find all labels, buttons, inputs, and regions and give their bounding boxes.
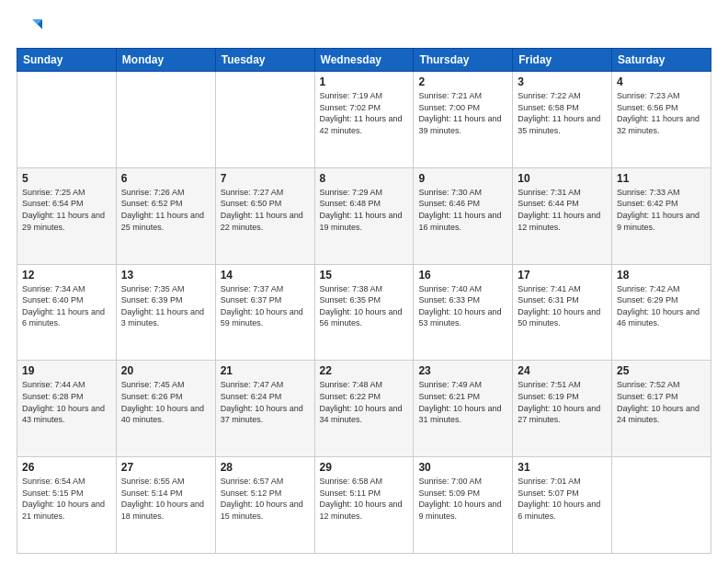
day-info: Sunrise: 6:58 AMSunset: 5:11 PMDaylight:… <box>320 476 409 522</box>
day-info: Sunrise: 6:57 AMSunset: 5:12 PMDaylight:… <box>221 476 310 522</box>
week-row-4: 26Sunrise: 6:54 AMSunset: 5:15 PMDayligh… <box>17 457 711 554</box>
day-number: 15 <box>320 269 409 282</box>
calendar-cell: 23Sunrise: 7:49 AMSunset: 6:21 PMDayligh… <box>414 361 513 457</box>
day-info: Sunrise: 7:37 AMSunset: 6:37 PMDaylight:… <box>221 283 310 329</box>
svg-rect-0 <box>17 15 42 40</box>
calendar-cell: 5Sunrise: 7:25 AMSunset: 6:54 PMDaylight… <box>17 167 117 264</box>
week-row-0: 1Sunrise: 7:19 AMSunset: 7:02 PMDaylight… <box>17 72 711 168</box>
day-number: 29 <box>320 461 409 474</box>
calendar-cell: 29Sunrise: 6:58 AMSunset: 5:11 PMDayligh… <box>314 457 414 554</box>
calendar-header: SundayMondayTuesdayWednesdayThursdayFrid… <box>17 49 711 72</box>
calendar-table: SundayMondayTuesdayWednesdayThursdayFrid… <box>17 48 711 554</box>
day-info: Sunrise: 7:22 AMSunset: 6:58 PMDaylight:… <box>518 90 607 136</box>
calendar-cell <box>17 72 117 168</box>
calendar-cell: 12Sunrise: 7:34 AMSunset: 6:40 PMDayligh… <box>17 264 117 361</box>
day-number: 6 <box>121 172 210 185</box>
day-number: 10 <box>518 172 607 185</box>
day-number: 17 <box>518 269 607 282</box>
logo <box>17 15 46 40</box>
day-number: 2 <box>418 75 507 88</box>
calendar-cell: 24Sunrise: 7:51 AMSunset: 6:19 PMDayligh… <box>513 361 612 457</box>
calendar-cell: 28Sunrise: 6:57 AMSunset: 5:12 PMDayligh… <box>215 457 314 554</box>
calendar-cell: 20Sunrise: 7:45 AMSunset: 6:26 PMDayligh… <box>116 361 215 457</box>
day-number: 22 <box>320 364 409 377</box>
calendar-cell: 30Sunrise: 7:00 AMSunset: 5:09 PMDayligh… <box>414 457 513 554</box>
day-number: 12 <box>22 269 111 282</box>
day-info: Sunrise: 7:21 AMSunset: 7:00 PMDaylight:… <box>418 90 507 136</box>
calendar-cell: 4Sunrise: 7:23 AMSunset: 6:56 PMDaylight… <box>612 72 711 168</box>
day-number: 13 <box>121 269 210 282</box>
calendar-cell: 7Sunrise: 7:27 AMSunset: 6:50 PMDaylight… <box>215 167 314 264</box>
calendar-cell: 3Sunrise: 7:22 AMSunset: 6:58 PMDaylight… <box>513 72 612 168</box>
calendar-cell: 31Sunrise: 7:01 AMSunset: 5:07 PMDayligh… <box>513 457 612 554</box>
calendar-cell: 9Sunrise: 7:30 AMSunset: 6:46 PMDaylight… <box>414 167 513 264</box>
week-row-1: 5Sunrise: 7:25 AMSunset: 6:54 PMDaylight… <box>17 167 711 264</box>
calendar-cell <box>612 457 711 554</box>
day-number: 21 <box>221 364 310 377</box>
day-info: Sunrise: 7:35 AMSunset: 6:39 PMDaylight:… <box>121 283 210 329</box>
weekday-header-saturday: Saturday <box>612 49 711 72</box>
calendar-body: 1Sunrise: 7:19 AMSunset: 7:02 PMDaylight… <box>17 72 711 554</box>
day-info: Sunrise: 7:44 AMSunset: 6:28 PMDaylight:… <box>22 379 111 425</box>
page: SundayMondayTuesdayWednesdayThursdayFrid… <box>0 0 728 563</box>
day-number: 18 <box>617 269 706 282</box>
day-info: Sunrise: 7:01 AMSunset: 5:07 PMDaylight:… <box>518 476 607 522</box>
day-info: Sunrise: 7:26 AMSunset: 6:52 PMDaylight:… <box>121 187 210 233</box>
calendar-cell: 13Sunrise: 7:35 AMSunset: 6:39 PMDayligh… <box>116 264 215 361</box>
day-number: 25 <box>617 364 706 377</box>
day-info: Sunrise: 6:54 AMSunset: 5:15 PMDaylight:… <box>22 476 111 522</box>
day-info: Sunrise: 7:30 AMSunset: 6:46 PMDaylight:… <box>418 187 507 233</box>
day-info: Sunrise: 7:41 AMSunset: 6:31 PMDaylight:… <box>518 283 607 329</box>
day-number: 7 <box>221 172 310 185</box>
day-info: Sunrise: 7:19 AMSunset: 7:02 PMDaylight:… <box>320 90 409 136</box>
day-number: 19 <box>22 364 111 377</box>
calendar-cell: 2Sunrise: 7:21 AMSunset: 7:00 PMDaylight… <box>414 72 513 168</box>
day-number: 1 <box>320 75 409 88</box>
day-info: Sunrise: 7:34 AMSunset: 6:40 PMDaylight:… <box>22 283 111 329</box>
day-info: Sunrise: 7:47 AMSunset: 6:24 PMDaylight:… <box>221 379 310 425</box>
day-number: 28 <box>221 461 310 474</box>
day-number: 5 <box>22 172 111 185</box>
day-info: Sunrise: 7:38 AMSunset: 6:35 PMDaylight:… <box>320 283 409 329</box>
calendar-cell: 16Sunrise: 7:40 AMSunset: 6:33 PMDayligh… <box>414 264 513 361</box>
day-info: Sunrise: 7:25 AMSunset: 6:54 PMDaylight:… <box>22 187 111 233</box>
weekday-header-friday: Friday <box>513 49 612 72</box>
calendar-cell: 10Sunrise: 7:31 AMSunset: 6:44 PMDayligh… <box>513 167 612 264</box>
calendar-cell <box>215 72 314 168</box>
week-row-2: 12Sunrise: 7:34 AMSunset: 6:40 PMDayligh… <box>17 264 711 361</box>
calendar-cell: 1Sunrise: 7:19 AMSunset: 7:02 PMDaylight… <box>314 72 414 168</box>
day-info: Sunrise: 7:29 AMSunset: 6:48 PMDaylight:… <box>320 187 409 233</box>
day-info: Sunrise: 7:31 AMSunset: 6:44 PMDaylight:… <box>518 187 607 233</box>
day-number: 27 <box>121 461 210 474</box>
day-number: 26 <box>22 461 111 474</box>
calendar-cell <box>116 72 215 168</box>
logo-icon <box>17 15 42 40</box>
day-number: 20 <box>121 364 210 377</box>
day-number: 3 <box>518 75 607 88</box>
day-info: Sunrise: 7:00 AMSunset: 5:09 PMDaylight:… <box>418 476 507 522</box>
day-info: Sunrise: 7:52 AMSunset: 6:17 PMDaylight:… <box>617 379 706 425</box>
calendar-cell: 27Sunrise: 6:55 AMSunset: 5:14 PMDayligh… <box>116 457 215 554</box>
day-info: Sunrise: 7:48 AMSunset: 6:22 PMDaylight:… <box>320 379 409 425</box>
day-number: 8 <box>320 172 409 185</box>
calendar-cell: 14Sunrise: 7:37 AMSunset: 6:37 PMDayligh… <box>215 264 314 361</box>
calendar-cell: 8Sunrise: 7:29 AMSunset: 6:48 PMDaylight… <box>314 167 414 264</box>
day-info: Sunrise: 7:27 AMSunset: 6:50 PMDaylight:… <box>221 187 310 233</box>
day-info: Sunrise: 6:55 AMSunset: 5:14 PMDaylight:… <box>121 476 210 522</box>
calendar-cell: 19Sunrise: 7:44 AMSunset: 6:28 PMDayligh… <box>17 361 117 457</box>
header <box>17 15 711 40</box>
day-number: 24 <box>518 364 607 377</box>
day-info: Sunrise: 7:33 AMSunset: 6:42 PMDaylight:… <box>617 187 706 233</box>
day-number: 11 <box>617 172 706 185</box>
calendar-cell: 6Sunrise: 7:26 AMSunset: 6:52 PMDaylight… <box>116 167 215 264</box>
weekday-header-wednesday: Wednesday <box>314 49 414 72</box>
weekday-row: SundayMondayTuesdayWednesdayThursdayFrid… <box>17 49 711 72</box>
day-info: Sunrise: 7:42 AMSunset: 6:29 PMDaylight:… <box>617 283 706 329</box>
weekday-header-sunday: Sunday <box>17 49 117 72</box>
day-number: 16 <box>418 269 507 282</box>
day-number: 30 <box>418 461 507 474</box>
day-number: 4 <box>617 75 706 88</box>
calendar-cell: 26Sunrise: 6:54 AMSunset: 5:15 PMDayligh… <box>17 457 117 554</box>
day-info: Sunrise: 7:45 AMSunset: 6:26 PMDaylight:… <box>121 379 210 425</box>
weekday-header-monday: Monday <box>116 49 215 72</box>
